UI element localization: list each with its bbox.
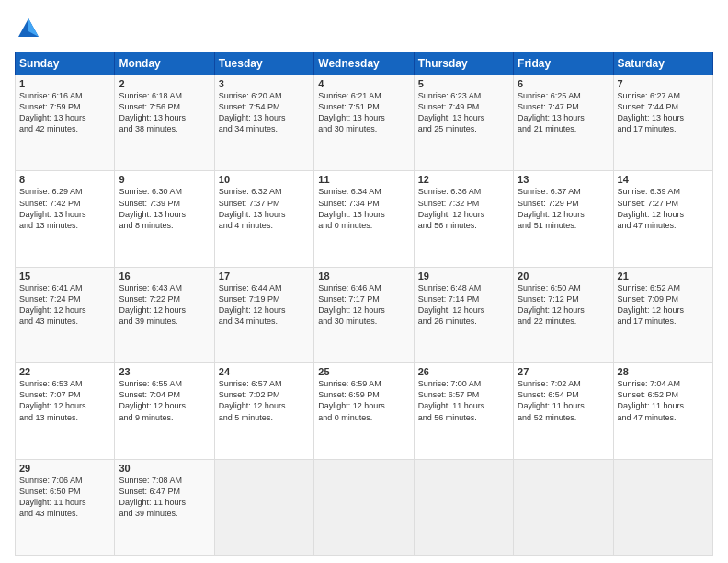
day-info: Sunrise: 6:16 AM Sunset: 7:59 PM Dayligh… [19, 90, 110, 135]
day-number: 20 [518, 270, 609, 282]
calendar-header-sunday: Sunday [16, 52, 115, 75]
calendar-day-cell [414, 459, 513, 555]
day-info: Sunrise: 6:30 AM Sunset: 7:39 PM Dayligh… [119, 186, 210, 231]
day-info: Sunrise: 6:48 AM Sunset: 7:14 PM Dayligh… [418, 282, 509, 327]
calendar-day-cell: 19Sunrise: 6:48 AM Sunset: 7:14 PM Dayli… [414, 267, 513, 362]
day-number: 15 [19, 270, 110, 282]
calendar-week-row: 15Sunrise: 6:41 AM Sunset: 7:24 PM Dayli… [16, 267, 713, 362]
day-number: 29 [19, 463, 110, 474]
day-number: 12 [418, 174, 509, 185]
day-number: 3 [219, 78, 310, 89]
calendar-header-row: SundayMondayTuesdayWednesdayThursdayFrid… [16, 52, 713, 75]
day-info: Sunrise: 6:59 AM Sunset: 6:59 PM Dayligh… [318, 378, 409, 423]
calendar-day-cell: 12Sunrise: 6:36 AM Sunset: 7:32 PM Dayli… [414, 171, 513, 267]
calendar-week-row: 8Sunrise: 6:29 AM Sunset: 7:42 PM Daylig… [16, 171, 713, 267]
calendar-day-cell: 16Sunrise: 6:43 AM Sunset: 7:22 PM Dayli… [115, 267, 214, 362]
day-info: Sunrise: 6:50 AM Sunset: 7:12 PM Dayligh… [518, 282, 609, 327]
day-info: Sunrise: 6:23 AM Sunset: 7:49 PM Dayligh… [418, 90, 509, 135]
calendar-day-cell: 20Sunrise: 6:50 AM Sunset: 7:12 PM Dayli… [514, 267, 613, 362]
day-number: 14 [618, 174, 709, 185]
day-info: Sunrise: 6:53 AM Sunset: 7:07 PM Dayligh… [19, 378, 110, 423]
calendar-day-cell: 25Sunrise: 6:59 AM Sunset: 6:59 PM Dayli… [314, 363, 414, 459]
day-number: 1 [19, 78, 110, 89]
calendar-day-cell: 28Sunrise: 7:04 AM Sunset: 6:52 PM Dayli… [613, 363, 712, 459]
calendar-day-cell [613, 459, 712, 555]
calendar-day-cell: 23Sunrise: 6:55 AM Sunset: 7:04 PM Dayli… [115, 363, 214, 459]
calendar-day-cell: 15Sunrise: 6:41 AM Sunset: 7:24 PM Dayli… [16, 267, 115, 362]
calendar-day-cell: 4Sunrise: 6:21 AM Sunset: 7:51 PM Daylig… [314, 75, 414, 171]
calendar-day-cell: 10Sunrise: 6:32 AM Sunset: 7:37 PM Dayli… [214, 171, 313, 267]
day-number: 11 [318, 174, 409, 185]
day-number: 26 [418, 366, 509, 377]
calendar-header-wednesday: Wednesday [314, 52, 414, 75]
calendar-day-cell [314, 459, 414, 555]
day-number: 28 [618, 366, 709, 377]
day-number: 24 [219, 366, 310, 377]
calendar-day-cell: 6Sunrise: 6:25 AM Sunset: 7:47 PM Daylig… [514, 75, 613, 171]
day-info: Sunrise: 6:43 AM Sunset: 7:22 PM Dayligh… [119, 282, 210, 327]
calendar-day-cell [514, 459, 613, 555]
day-number: 10 [219, 174, 310, 185]
calendar-header-thursday: Thursday [414, 52, 513, 75]
calendar-day-cell: 27Sunrise: 7:02 AM Sunset: 6:54 PM Dayli… [514, 363, 613, 459]
calendar-day-cell: 22Sunrise: 6:53 AM Sunset: 7:07 PM Dayli… [16, 363, 115, 459]
day-number: 7 [618, 78, 709, 89]
calendar-day-cell: 8Sunrise: 6:29 AM Sunset: 7:42 PM Daylig… [16, 171, 115, 267]
calendar-week-row: 1Sunrise: 6:16 AM Sunset: 7:59 PM Daylig… [16, 75, 713, 171]
day-info: Sunrise: 6:55 AM Sunset: 7:04 PM Dayligh… [119, 378, 210, 423]
day-number: 17 [219, 270, 310, 282]
day-info: Sunrise: 6:18 AM Sunset: 7:56 PM Dayligh… [119, 90, 210, 135]
day-number: 23 [119, 366, 210, 377]
calendar-day-cell: 24Sunrise: 6:57 AM Sunset: 7:02 PM Dayli… [214, 363, 313, 459]
day-info: Sunrise: 6:27 AM Sunset: 7:44 PM Dayligh… [618, 90, 709, 135]
day-info: Sunrise: 6:39 AM Sunset: 7:27 PM Dayligh… [618, 186, 709, 231]
calendar-day-cell [214, 459, 313, 555]
day-info: Sunrise: 6:44 AM Sunset: 7:19 PM Dayligh… [219, 282, 310, 327]
day-number: 22 [19, 366, 110, 377]
calendar-day-cell: 9Sunrise: 6:30 AM Sunset: 7:39 PM Daylig… [115, 171, 214, 267]
logo-icon [15, 15, 42, 42]
calendar-header-saturday: Saturday [613, 52, 712, 75]
calendar-header-tuesday: Tuesday [214, 52, 313, 75]
calendar-header-monday: Monday [115, 52, 214, 75]
day-info: Sunrise: 6:21 AM Sunset: 7:51 PM Dayligh… [318, 90, 409, 135]
day-number: 30 [119, 463, 210, 474]
calendar-week-row: 22Sunrise: 6:53 AM Sunset: 7:07 PM Dayli… [16, 363, 713, 459]
calendar-day-cell: 5Sunrise: 6:23 AM Sunset: 7:49 PM Daylig… [414, 75, 513, 171]
day-number: 6 [518, 78, 609, 89]
calendar-day-cell: 29Sunrise: 7:06 AM Sunset: 6:50 PM Dayli… [16, 459, 115, 555]
day-number: 5 [418, 78, 509, 89]
calendar-day-cell: 26Sunrise: 7:00 AM Sunset: 6:57 PM Dayli… [414, 363, 513, 459]
calendar-day-cell: 2Sunrise: 6:18 AM Sunset: 7:56 PM Daylig… [115, 75, 214, 171]
day-info: Sunrise: 6:41 AM Sunset: 7:24 PM Dayligh… [19, 282, 110, 327]
day-info: Sunrise: 6:36 AM Sunset: 7:32 PM Dayligh… [418, 186, 509, 231]
calendar-day-cell: 17Sunrise: 6:44 AM Sunset: 7:19 PM Dayli… [214, 267, 313, 362]
day-number: 13 [518, 174, 609, 185]
day-number: 9 [119, 174, 210, 185]
day-number: 19 [418, 270, 509, 282]
day-number: 25 [318, 366, 409, 377]
day-info: Sunrise: 6:32 AM Sunset: 7:37 PM Dayligh… [219, 186, 310, 231]
day-info: Sunrise: 7:08 AM Sunset: 6:47 PM Dayligh… [119, 475, 210, 520]
day-number: 8 [19, 174, 110, 185]
calendar-week-row: 29Sunrise: 7:06 AM Sunset: 6:50 PM Dayli… [16, 459, 713, 555]
day-info: Sunrise: 6:37 AM Sunset: 7:29 PM Dayligh… [518, 186, 609, 231]
calendar-day-cell: 18Sunrise: 6:46 AM Sunset: 7:17 PM Dayli… [314, 267, 414, 362]
day-info: Sunrise: 6:34 AM Sunset: 7:34 PM Dayligh… [318, 186, 409, 231]
day-number: 16 [119, 270, 210, 282]
calendar-day-cell: 11Sunrise: 6:34 AM Sunset: 7:34 PM Dayli… [314, 171, 414, 267]
day-info: Sunrise: 6:52 AM Sunset: 7:09 PM Dayligh… [618, 282, 709, 327]
calendar-day-cell: 21Sunrise: 6:52 AM Sunset: 7:09 PM Dayli… [613, 267, 712, 362]
day-info: Sunrise: 6:25 AM Sunset: 7:47 PM Dayligh… [518, 90, 609, 135]
page: SundayMondayTuesdayWednesdayThursdayFrid… [0, 0, 728, 563]
calendar-day-cell: 3Sunrise: 6:20 AM Sunset: 7:54 PM Daylig… [214, 75, 313, 171]
day-info: Sunrise: 6:20 AM Sunset: 7:54 PM Dayligh… [219, 90, 310, 135]
day-number: 27 [518, 366, 609, 377]
day-info: Sunrise: 6:57 AM Sunset: 7:02 PM Dayligh… [219, 378, 310, 423]
calendar-table: SundayMondayTuesdayWednesdayThursdayFrid… [15, 52, 713, 556]
calendar-day-cell: 30Sunrise: 7:08 AM Sunset: 6:47 PM Dayli… [115, 459, 214, 555]
day-number: 21 [618, 270, 709, 282]
day-info: Sunrise: 7:04 AM Sunset: 6:52 PM Dayligh… [618, 378, 709, 423]
day-number: 18 [318, 270, 409, 282]
day-info: Sunrise: 7:06 AM Sunset: 6:50 PM Dayligh… [19, 475, 110, 520]
